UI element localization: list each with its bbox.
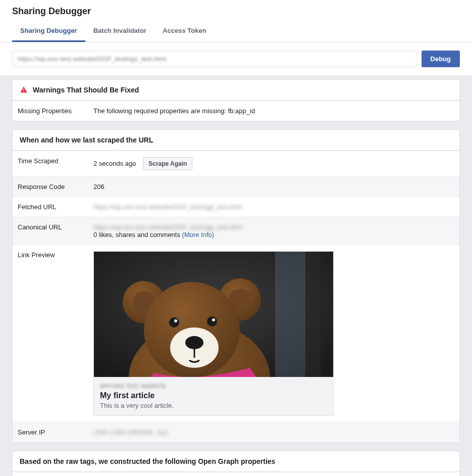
svg-point-13 (169, 317, 179, 327)
link-preview-card[interactable]: APP.ONS TEST WEBSITE My first article Th… (93, 251, 334, 416)
svg-rect-0 (23, 88, 24, 90)
svg-point-16 (212, 318, 215, 321)
svg-point-12 (185, 336, 203, 349)
og-url-label: og:url (13, 472, 88, 476)
canonical-url-label: Canonical URL (13, 217, 88, 245)
svg-rect-3 (275, 252, 305, 377)
canonical-url-value: https://wp.ons test website/OGP_test/ogp… (88, 217, 459, 245)
warning-row-label: Missing Properties (13, 101, 88, 121)
time-scraped-value: 2 seconds ago Scrape Again (88, 151, 459, 176)
warnings-title: Warnings That Should Be Fixed (33, 86, 139, 94)
preview-image (94, 252, 333, 377)
svg-point-14 (207, 316, 217, 326)
og-title: Based on the raw tags, we constructed th… (13, 451, 459, 472)
scrape-again-button[interactable]: Scrape Again (143, 157, 192, 170)
og-panel: Based on the raw tags, we constructed th… (12, 451, 460, 476)
preview-domain: APP.ONS TEST WEBSITE (100, 383, 166, 389)
tabs-bar: Sharing Debugger Batch Invalidator Acces… (0, 21, 472, 42)
response-code-value: 206 (88, 177, 459, 197)
debug-button[interactable]: Debug (422, 51, 460, 67)
warnings-header: Warnings That Should Be Fixed (13, 80, 459, 101)
canonical-url-text: https://wp.ons test website/OGP_test/ogp… (93, 223, 454, 231)
tab-batch-invalidator[interactable]: Batch Invalidator (85, 21, 154, 42)
tab-sharing-debugger[interactable]: Sharing Debugger (12, 21, 85, 42)
response-code-label: Response Code (13, 177, 88, 197)
warning-row-value: The following required properties are mi… (88, 101, 459, 121)
time-scraped-label: Time Scraped (13, 151, 88, 176)
fetched-url-value: https://wp.ons test website/OGP_test/ogp… (88, 197, 459, 217)
time-scraped-text: 2 seconds ago (93, 160, 136, 167)
warnings-panel: Warnings That Should Be Fixed Missing Pr… (12, 79, 460, 121)
canonical-stats: 0 likes, shares and comments (93, 231, 180, 239)
preview-description: This is a very cool article. (100, 402, 327, 409)
svg-rect-4 (305, 252, 321, 377)
svg-rect-1 (23, 91, 24, 91)
scraped-title: When and how we last scraped the URL (13, 130, 459, 151)
url-input[interactable] (12, 51, 417, 67)
link-preview-label: Link Preview (13, 245, 88, 422)
preview-title: My first article (100, 391, 327, 400)
link-preview-value: APP.ONS TEST WEBSITE My first article Th… (88, 245, 459, 422)
server-ip-value: (194.1.540.1091936...(x)) (88, 422, 459, 442)
og-url-value: https://wp.ons test website/OGP_test/ogp… (88, 472, 459, 476)
warning-icon (20, 86, 28, 94)
server-ip-label: Server IP (13, 422, 88, 442)
page-title: Sharing Debugger (0, 0, 472, 21)
tab-access-token[interactable]: Access Token (154, 21, 214, 42)
svg-point-15 (174, 319, 177, 322)
url-bar: Debug (0, 42, 472, 75)
more-info-link[interactable]: (More Info) (182, 231, 215, 239)
scraped-panel: When and how we last scraped the URL Tim… (12, 129, 460, 443)
fetched-url-label: Fetched URL (13, 197, 88, 217)
